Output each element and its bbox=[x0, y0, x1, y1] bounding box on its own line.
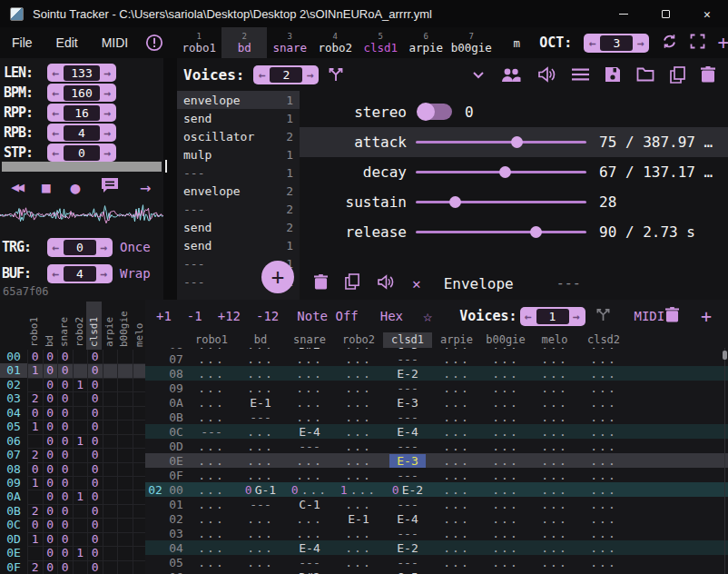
pattern-cell[interactable]: ... bbox=[432, 381, 481, 395]
star-icon[interactable]: ☆ bbox=[423, 307, 432, 325]
increment-arrow[interactable]: → bbox=[96, 238, 112, 257]
chevron-down-icon[interactable] bbox=[472, 71, 485, 79]
order-cell[interactable] bbox=[103, 406, 118, 421]
loop-mode-label[interactable]: Wrap bbox=[120, 266, 151, 281]
instrument-tab-snare[interactable]: 3snare bbox=[267, 27, 312, 58]
pattern-cell[interactable]: ... bbox=[481, 540, 530, 555]
order-cell[interactable] bbox=[133, 350, 146, 364]
pattern-cell[interactable]: ... bbox=[579, 439, 628, 453]
stepper-value[interactable]: 4 bbox=[64, 266, 96, 282]
pattern-cell[interactable]: ... bbox=[187, 555, 236, 569]
pattern-cell[interactable]: ... bbox=[579, 482, 628, 497]
pattern-cell[interactable]: ... bbox=[481, 410, 530, 424]
pattern-cell[interactable]: ... bbox=[481, 555, 530, 569]
slider-knob[interactable] bbox=[499, 166, 511, 178]
increment-arrow[interactable]: → bbox=[100, 124, 115, 143]
order-cell[interactable]: 2 bbox=[27, 448, 43, 462]
stepper-value[interactable]: 4 bbox=[64, 125, 100, 141]
unit-row-send[interactable]: send2 bbox=[177, 218, 300, 236]
pattern-cell[interactable]: ... bbox=[530, 453, 579, 468]
pattern-cell[interactable]: 0G-1 bbox=[236, 482, 285, 497]
panic-icon[interactable] bbox=[145, 34, 163, 52]
pattern-cell[interactable]: ... bbox=[481, 366, 530, 381]
pattern-cell[interactable]: ... bbox=[334, 424, 383, 439]
order-cell[interactable]: 0 bbox=[43, 434, 58, 449]
unit-row-mulp[interactable]: mulp1 bbox=[177, 145, 300, 163]
pattern-col-snare[interactable]: snare bbox=[285, 332, 334, 348]
pattern-cell[interactable]: ... bbox=[187, 439, 236, 453]
pattern-cell[interactable]: ... bbox=[236, 424, 285, 439]
order-cell[interactable] bbox=[117, 378, 133, 392]
order-cell[interactable] bbox=[133, 391, 146, 406]
instrument-tab-clsd1[interactable]: 5clsd1 bbox=[358, 27, 403, 58]
order-cell[interactable]: 0 bbox=[57, 560, 73, 574]
pattern-cell[interactable]: ... bbox=[187, 453, 236, 468]
order-cell[interactable] bbox=[103, 476, 118, 490]
pattern-cell[interactable]: ... bbox=[432, 424, 481, 439]
split-voices-icon[interactable] bbox=[328, 66, 344, 83]
order-cell[interactable] bbox=[117, 532, 133, 547]
order-cell[interactable]: 0 bbox=[57, 504, 73, 519]
pattern-cell[interactable]: ... bbox=[334, 381, 383, 395]
order-cell[interactable]: 0 bbox=[43, 546, 58, 560]
pattern-col-robo1[interactable]: robo1 bbox=[187, 332, 236, 348]
order-cell[interactable]: 0 bbox=[43, 378, 58, 392]
order-cell[interactable] bbox=[133, 560, 146, 574]
order-cell[interactable]: 1 bbox=[73, 434, 88, 449]
order-cell[interactable] bbox=[117, 363, 133, 378]
order-cell[interactable] bbox=[103, 420, 118, 434]
save-icon[interactable] bbox=[605, 66, 621, 83]
pattern-cell[interactable]: ... bbox=[432, 482, 481, 497]
order-col-bd[interactable]: bd bbox=[44, 302, 58, 347]
pattern-col-clsd1[interactable]: clsd1 bbox=[383, 332, 432, 348]
pattern-cell[interactable]: ... bbox=[579, 497, 628, 511]
unit-comment[interactable]: --- bbox=[556, 275, 581, 292]
instrument-tab-robo2[interactable]: 4robo2 bbox=[312, 27, 358, 58]
voices-stepper[interactable]: ←2→ bbox=[253, 65, 319, 84]
comment-icon[interactable] bbox=[100, 176, 120, 198]
order-cell[interactable]: 0 bbox=[43, 490, 58, 504]
pattern-cell[interactable]: ... bbox=[187, 351, 236, 366]
pattern-cell[interactable]: ... bbox=[530, 410, 579, 424]
param-slider-release[interactable] bbox=[416, 231, 586, 233]
pattern-cell[interactable]: ... bbox=[481, 569, 530, 574]
pattern-col-b00gie[interactable]: b00gie bbox=[481, 332, 530, 348]
pattern-scrollbar-track[interactable] bbox=[724, 348, 725, 574]
order-cell[interactable]: 0 bbox=[87, 378, 103, 392]
increment-arrow[interactable]: → bbox=[302, 65, 318, 84]
pattern-cell[interactable]: E-2 bbox=[383, 540, 432, 555]
stepper-value[interactable]: 133 bbox=[64, 65, 100, 81]
pattern-cell[interactable]: ... bbox=[481, 453, 530, 468]
copy-unit-icon[interactable] bbox=[345, 273, 359, 293]
order-cell[interactable]: 0 bbox=[43, 391, 58, 406]
decrement-arrow[interactable]: ← bbox=[521, 307, 536, 326]
order-cell[interactable]: 0 bbox=[57, 406, 73, 421]
increment-arrow[interactable]: → bbox=[633, 34, 648, 53]
setting-stepper-rpp[interactable]: ←16→ bbox=[47, 104, 116, 122]
pattern-cell[interactable]: ... bbox=[187, 410, 236, 424]
pattern-cell[interactable]: --- bbox=[236, 497, 285, 511]
pattern-cell[interactable]: ... bbox=[530, 381, 579, 395]
hex-toggle[interactable]: Hex bbox=[380, 309, 403, 323]
order-cell[interactable]: 0 bbox=[57, 378, 73, 392]
param-slider-attack[interactable] bbox=[416, 141, 586, 144]
pattern-cell[interactable]: ... bbox=[187, 381, 236, 395]
decrement-arrow[interactable]: ← bbox=[48, 264, 64, 283]
pattern-cell[interactable]: ... bbox=[530, 569, 579, 574]
order-cell[interactable] bbox=[117, 350, 133, 364]
instrument-tab-bd[interactable]: 2bd bbox=[221, 27, 267, 58]
pattern-cell[interactable]: --- bbox=[187, 424, 236, 439]
order-cell[interactable]: 1 bbox=[27, 363, 43, 378]
pattern-cell[interactable]: ... bbox=[530, 468, 579, 482]
track-voices-stepper[interactable]: ←1→ bbox=[520, 307, 585, 326]
rewind-icon[interactable]: ◀◀ bbox=[11, 179, 22, 195]
order-cell[interactable] bbox=[73, 532, 88, 547]
setting-stepper-bpm[interactable]: ←160→ bbox=[47, 84, 116, 102]
stepper-value[interactable]: 0 bbox=[64, 240, 96, 255]
instrument-tab-arpie[interactable]: 6arpie bbox=[403, 27, 448, 58]
order-cell[interactable] bbox=[133, 532, 146, 547]
pattern-cell[interactable]: ... bbox=[334, 395, 383, 410]
add-instrument-icon[interactable]: + bbox=[717, 32, 728, 54]
toggle-knob[interactable] bbox=[417, 103, 435, 121]
order-cell[interactable]: 1 bbox=[73, 546, 88, 560]
